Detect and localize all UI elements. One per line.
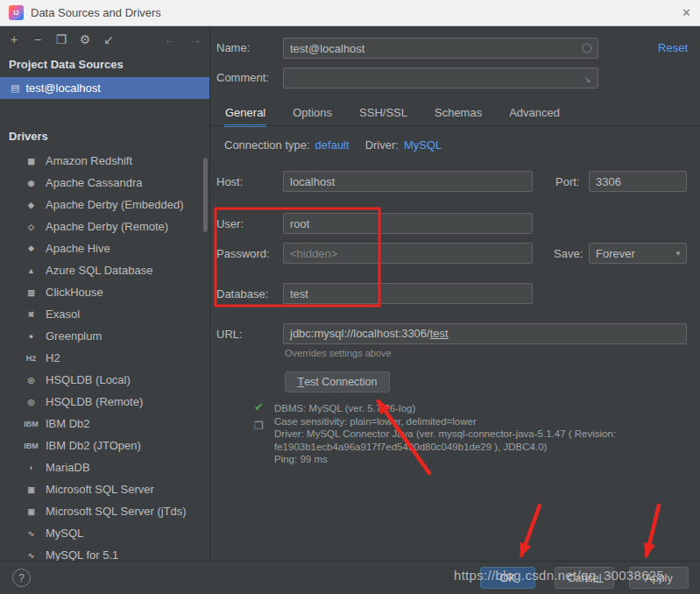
driver-properties-wrench-icon[interactable]: ⚙ [78,32,92,46]
driver-icon: ▣ [24,485,39,494]
driver-list-item[interactable]: ◗ MariaDB [0,456,209,478]
driver-list-item[interactable]: ▲ Azure SQL Database [0,259,209,281]
comment-label: Comment: [216,71,269,84]
driver-icon: IBM [24,442,39,450]
driver-label: HSQLDB (Local) [46,373,131,386]
comment-input[interactable] [283,67,598,88]
driver-label: Exasol [46,308,80,321]
expand-icon[interactable]: ↘ [583,74,590,84]
driver-icon: ▣ [24,507,39,516]
project-data-sources-header: Project Data Sources [9,58,124,71]
driver-label: Microsoft SQL Server [46,483,154,496]
url-input[interactable]: jdbc:mysql://localhost:3306/test [283,323,687,344]
driver-label: IBM Db2 [46,417,90,430]
driver-list-item[interactable]: H2 H2 [0,347,209,369]
close-icon[interactable]: ✕ [682,6,691,19]
duplicate-icon[interactable]: ❐ [54,32,68,46]
add-datasource-icon[interactable]: + [7,32,21,46]
driver-list: ▦ Amazon Redshift ◉ Apache Cassandra ◆ A… [0,150,209,561]
forward-arrow-icon[interactable]: → [188,32,202,46]
driver-label: IBM Db2 (JTOpen) [46,439,141,452]
driver-icon: ✖ [24,310,39,319]
tab-advanced[interactable]: Advanced [508,103,561,127]
copy-icon[interactable]: ❐ [254,420,264,432]
driver-list-item[interactable]: ∿ MySQL [0,522,209,544]
sidebar-toolbar: + − ❐ ⚙ ↙ [7,29,116,50]
back-arrow-icon[interactable]: ← [163,32,177,46]
driver-icon: H2 [24,354,39,363]
import-icon[interactable]: ↙ [102,32,116,46]
driver-value-link[interactable]: MySQL [404,138,442,152]
driver-icon: ◗ [24,463,39,472]
driver-label: Apache Derby (Embedded) [46,198,184,211]
driver-list-item[interactable]: IBM IBM Db2 [0,413,209,435]
driver-list-item[interactable]: ◎ HSQLDB (Local) [0,369,209,391]
save-dropdown[interactable]: Forever ▼ [589,243,687,264]
driver-icon: ∿ [24,551,39,560]
driver-list-item[interactable]: IBM IBM Db2 (JTOpen) [0,435,209,456]
driver-icon: ● [24,332,39,341]
driver-icon: ▦ [24,157,39,166]
titlebar: IJ Data Sources and Drivers ✕ [0,0,700,26]
driver-icon: ∿ [24,529,39,538]
result-line: Ping: 99 ms [274,453,693,466]
driver-label: Apache Derby (Remote) [46,220,168,233]
driver-list-item[interactable]: ◉ Apache Cassandra [0,172,209,194]
user-input[interactable] [283,213,533,234]
overrides-note: Overrides settings above [285,348,392,358]
driver-list-item[interactable]: ◇ Apache Derby (Remote) [0,216,209,237]
driver-list-item[interactable]: ▣ Microsoft SQL Server [0,478,209,500]
help-button[interactable]: ? [12,569,31,587]
driver-icon: ◇ [24,223,39,231]
host-label: Host: [216,175,243,188]
save-label: Save: [554,247,583,260]
remove-datasource-icon[interactable]: − [31,32,45,46]
driver-list-item[interactable]: ◆ Apache Derby (Embedded) [0,194,209,216]
reset-link[interactable]: Reset [658,41,688,54]
main-panel: Name: Reset Comment: ↘ General Options S… [210,26,700,561]
tab-options[interactable]: Options [292,103,333,127]
intellij-logo-icon: IJ [9,5,24,20]
name-input[interactable] [283,38,598,59]
datasource-label: test@localhost [25,81,100,95]
sidebar-scrollbar[interactable] [203,158,208,232]
driver-list-item[interactable]: ▣ Microsoft SQL Server (jTds) [0,500,209,522]
database-icon: ▤ [11,82,19,94]
window-title: Data Sources and Drivers [31,6,161,19]
port-label: Port: [555,175,579,188]
connection-type-value-link[interactable]: default [315,138,350,152]
url-prefix: jdbc:mysql://localhost:3306/ [290,327,430,340]
tab-ssh-ssl[interactable]: SSH/SSL [358,103,408,127]
port-input[interactable] [589,171,687,192]
driver-icon: ▲ [24,266,39,275]
driver-label-text: Driver: [365,138,399,152]
test-connection-button[interactable]: Test Connection [285,371,390,392]
driver-label: HSQLDB (Remote) [46,395,143,408]
sidebar: + − ❐ ⚙ ↙ ← → Project Data Sources ▤ tes… [0,26,210,561]
driver-icon: ◎ [24,398,39,407]
password-input[interactable] [283,243,533,264]
result-line: fe1903b1ecb4a96a917f7ed5490d80c049b1de29… [274,441,693,454]
database-input[interactable] [283,283,533,304]
tab-general[interactable]: General [224,103,266,127]
driver-label: MySQL for 5.1 [46,548,118,561]
datasource-item-selected[interactable]: ▤ test@localhost [0,77,209,99]
test-connection-label: est Connection [304,376,377,388]
driver-label: MySQL [46,527,83,540]
driver-icon: ◎ [24,376,39,385]
test-connection-mnemonic: T [297,376,304,388]
driver-label: Greenplum [46,329,102,343]
database-label: Database: [216,287,268,301]
host-input[interactable] [283,171,533,192]
driver-list-item[interactable]: ▦ Amazon Redshift [0,150,209,172]
driver-list-item[interactable]: ✖ Exasol [0,303,209,325]
driver-list-item[interactable]: ● Greenplum [0,325,209,347]
result-line: Case sensitivity: plain=lower, delimited… [274,415,693,428]
driver-list-item[interactable]: ∿ MySQL for 5.1 [0,544,209,561]
chevron-down-icon: ▼ [670,250,686,258]
driver-list-item[interactable]: ❖ Apache Hive [0,237,209,259]
driver-list-item[interactable]: ▥ ClickHouse [0,281,209,303]
tab-schemas[interactable]: Schemas [434,103,483,127]
driver-list-item[interactable]: ◎ HSQLDB (Remote) [0,391,209,413]
history-nav: ← → [163,29,202,50]
